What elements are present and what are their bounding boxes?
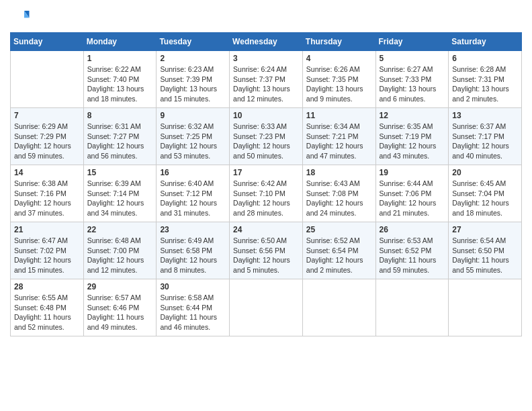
calendar-cell — [302, 279, 375, 336]
day-number: 7 — [14, 111, 80, 120]
day-number: 1 — [87, 54, 153, 63]
day-info: Sunrise: 6:58 AM Sunset: 6:44 PM Dayligh… — [160, 293, 226, 332]
day-number: 8 — [87, 111, 153, 120]
day-number: 16 — [160, 168, 226, 177]
calendar-cell: 28Sunrise: 6:55 AM Sunset: 6:48 PM Dayli… — [11, 279, 84, 336]
day-info: Sunrise: 6:28 AM Sunset: 7:31 PM Dayligh… — [452, 64, 518, 104]
day-number: 21 — [14, 225, 80, 234]
week-row-5: 28Sunrise: 6:55 AM Sunset: 6:48 PM Dayli… — [11, 279, 522, 336]
calendar-cell: 15Sunrise: 6:39 AM Sunset: 7:14 PM Dayli… — [83, 165, 157, 222]
calendar-cell: 21Sunrise: 6:47 AM Sunset: 7:02 PM Dayli… — [11, 222, 84, 279]
logo — [10, 7, 33, 27]
day-info: Sunrise: 6:57 AM Sunset: 6:46 PM Dayligh… — [87, 293, 153, 332]
day-number: 19 — [380, 168, 445, 177]
column-header-wednesday: Wednesday — [230, 33, 303, 51]
calendar-cell: 14Sunrise: 6:38 AM Sunset: 7:16 PM Dayli… — [11, 165, 84, 222]
day-number: 20 — [452, 168, 518, 177]
day-info: Sunrise: 6:39 AM Sunset: 7:14 PM Dayligh… — [87, 179, 153, 218]
week-row-3: 14Sunrise: 6:38 AM Sunset: 7:16 PM Dayli… — [11, 165, 522, 222]
day-info: Sunrise: 6:33 AM Sunset: 7:23 PM Dayligh… — [233, 122, 299, 161]
calendar-cell: 23Sunrise: 6:49 AM Sunset: 6:58 PM Dayli… — [157, 222, 230, 279]
page-header — [10, 7, 522, 27]
calendar-cell: 2Sunrise: 6:23 AM Sunset: 7:39 PM Daylig… — [157, 51, 230, 108]
day-info: Sunrise: 6:45 AM Sunset: 7:04 PM Dayligh… — [452, 179, 518, 218]
calendar-cell: 1Sunrise: 6:22 AM Sunset: 7:40 PM Daylig… — [83, 51, 157, 108]
day-number: 22 — [87, 225, 153, 234]
calendar-cell: 8Sunrise: 6:31 AM Sunset: 7:27 PM Daylig… — [83, 108, 157, 165]
calendar-cell — [11, 51, 84, 108]
day-number: 6 — [452, 54, 518, 63]
day-number: 2 — [160, 54, 226, 63]
day-info: Sunrise: 6:29 AM Sunset: 7:29 PM Dayligh… — [14, 122, 80, 161]
day-info: Sunrise: 6:22 AM Sunset: 7:40 PM Dayligh… — [87, 64, 153, 104]
day-info: Sunrise: 6:49 AM Sunset: 6:58 PM Dayligh… — [160, 236, 226, 275]
day-info: Sunrise: 6:54 AM Sunset: 6:50 PM Dayligh… — [452, 236, 518, 275]
day-number: 30 — [160, 282, 226, 291]
day-info: Sunrise: 6:37 AM Sunset: 7:17 PM Dayligh… — [452, 122, 518, 161]
day-info: Sunrise: 6:31 AM Sunset: 7:27 PM Dayligh… — [87, 122, 153, 161]
calendar-cell — [449, 279, 522, 336]
calendar-cell: 22Sunrise: 6:48 AM Sunset: 7:00 PM Dayli… — [83, 222, 157, 279]
calendar-cell: 17Sunrise: 6:42 AM Sunset: 7:10 PM Dayli… — [230, 165, 303, 222]
calendar-cell: 16Sunrise: 6:40 AM Sunset: 7:12 PM Dayli… — [157, 165, 230, 222]
day-number: 18 — [306, 168, 372, 177]
calendar-cell: 9Sunrise: 6:32 AM Sunset: 7:25 PM Daylig… — [157, 108, 230, 165]
calendar-cell: 25Sunrise: 6:52 AM Sunset: 6:54 PM Dayli… — [302, 222, 375, 279]
day-info: Sunrise: 6:50 AM Sunset: 6:56 PM Dayligh… — [233, 236, 299, 275]
day-number: 3 — [233, 54, 299, 63]
column-header-sunday: Sunday — [11, 33, 84, 51]
calendar-cell: 26Sunrise: 6:53 AM Sunset: 6:52 PM Dayli… — [375, 222, 449, 279]
calendar-cell: 30Sunrise: 6:58 AM Sunset: 6:44 PM Dayli… — [157, 279, 230, 336]
day-number: 5 — [380, 54, 445, 63]
week-row-2: 7Sunrise: 6:29 AM Sunset: 7:29 PM Daylig… — [11, 108, 522, 165]
calendar-cell: 18Sunrise: 6:43 AM Sunset: 7:08 PM Dayli… — [302, 165, 375, 222]
calendar-cell: 3Sunrise: 6:24 AM Sunset: 7:37 PM Daylig… — [230, 51, 303, 108]
day-number: 17 — [233, 168, 299, 177]
day-number: 11 — [306, 111, 372, 120]
day-number: 26 — [380, 225, 445, 234]
day-number: 15 — [87, 168, 153, 177]
day-info: Sunrise: 6:35 AM Sunset: 7:19 PM Dayligh… — [380, 122, 445, 161]
day-info: Sunrise: 6:53 AM Sunset: 6:52 PM Dayligh… — [380, 236, 445, 275]
calendar-cell: 13Sunrise: 6:37 AM Sunset: 7:17 PM Dayli… — [449, 108, 522, 165]
calendar-cell — [230, 279, 303, 336]
column-header-saturday: Saturday — [449, 33, 522, 51]
day-number: 4 — [306, 54, 372, 63]
day-info: Sunrise: 6:44 AM Sunset: 7:06 PM Dayligh… — [380, 179, 445, 218]
day-info: Sunrise: 6:34 AM Sunset: 7:21 PM Dayligh… — [306, 122, 372, 161]
day-number: 9 — [160, 111, 226, 120]
week-row-4: 21Sunrise: 6:47 AM Sunset: 7:02 PM Dayli… — [11, 222, 522, 279]
day-info: Sunrise: 6:32 AM Sunset: 7:25 PM Dayligh… — [160, 122, 226, 161]
calendar-cell: 24Sunrise: 6:50 AM Sunset: 6:56 PM Dayli… — [230, 222, 303, 279]
day-info: Sunrise: 6:24 AM Sunset: 7:37 PM Dayligh… — [233, 64, 299, 104]
logo-icon — [10, 7, 30, 27]
day-info: Sunrise: 6:40 AM Sunset: 7:12 PM Dayligh… — [160, 179, 226, 218]
week-row-1: 1Sunrise: 6:22 AM Sunset: 7:40 PM Daylig… — [11, 51, 522, 108]
day-info: Sunrise: 6:23 AM Sunset: 7:39 PM Dayligh… — [160, 64, 226, 104]
day-info: Sunrise: 6:42 AM Sunset: 7:10 PM Dayligh… — [233, 179, 299, 218]
calendar-cell: 12Sunrise: 6:35 AM Sunset: 7:19 PM Dayli… — [375, 108, 449, 165]
column-header-friday: Friday — [375, 33, 449, 51]
calendar-cell: 11Sunrise: 6:34 AM Sunset: 7:21 PM Dayli… — [302, 108, 375, 165]
calendar-table: SundayMondayTuesdayWednesdayThursdayFrid… — [10, 32, 522, 336]
column-header-thursday: Thursday — [302, 33, 375, 51]
calendar-cell: 29Sunrise: 6:57 AM Sunset: 6:46 PM Dayli… — [83, 279, 157, 336]
calendar-cell: 6Sunrise: 6:28 AM Sunset: 7:31 PM Daylig… — [449, 51, 522, 108]
calendar-body: 1Sunrise: 6:22 AM Sunset: 7:40 PM Daylig… — [11, 51, 522, 336]
calendar-cell: 20Sunrise: 6:45 AM Sunset: 7:04 PM Dayli… — [449, 165, 522, 222]
day-number: 27 — [452, 225, 518, 234]
header-row: SundayMondayTuesdayWednesdayThursdayFrid… — [11, 33, 522, 51]
calendar-cell: 19Sunrise: 6:44 AM Sunset: 7:06 PM Dayli… — [375, 165, 449, 222]
calendar-cell — [375, 279, 449, 336]
calendar-cell: 10Sunrise: 6:33 AM Sunset: 7:23 PM Dayli… — [230, 108, 303, 165]
calendar-header: SundayMondayTuesdayWednesdayThursdayFrid… — [11, 33, 522, 51]
day-number: 24 — [233, 225, 299, 234]
day-info: Sunrise: 6:27 AM Sunset: 7:33 PM Dayligh… — [380, 64, 445, 104]
column-header-tuesday: Tuesday — [157, 33, 230, 51]
day-info: Sunrise: 6:47 AM Sunset: 7:02 PM Dayligh… — [14, 236, 80, 275]
calendar-cell: 7Sunrise: 6:29 AM Sunset: 7:29 PM Daylig… — [11, 108, 84, 165]
day-number: 13 — [452, 111, 518, 120]
day-info: Sunrise: 6:26 AM Sunset: 7:35 PM Dayligh… — [306, 64, 372, 104]
day-info: Sunrise: 6:43 AM Sunset: 7:08 PM Dayligh… — [306, 179, 372, 218]
day-number: 28 — [14, 282, 80, 291]
